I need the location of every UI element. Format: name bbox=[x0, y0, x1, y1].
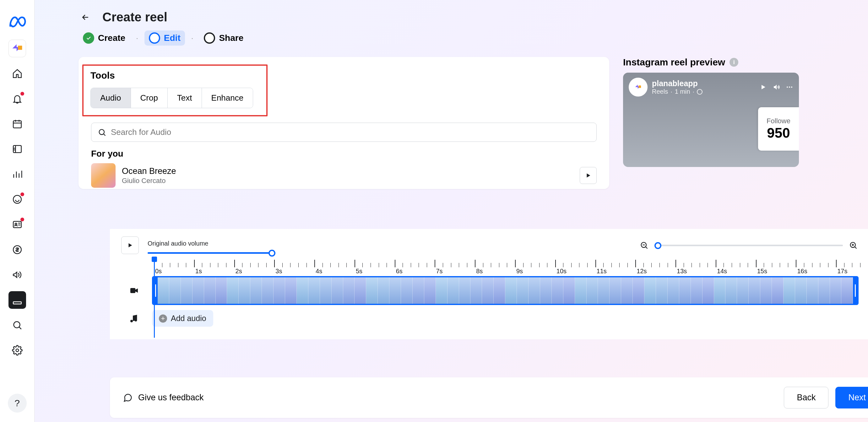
nav-calendar[interactable] bbox=[8, 115, 26, 133]
check-icon bbox=[83, 32, 94, 44]
svg-point-8 bbox=[16, 349, 19, 352]
tab-text[interactable]: Text bbox=[168, 88, 202, 108]
search-icon bbox=[98, 128, 106, 137]
ruler-tick-label: 14s bbox=[717, 268, 727, 275]
nav-home[interactable] bbox=[8, 65, 26, 82]
badge-dot bbox=[21, 193, 24, 196]
svg-rect-3 bbox=[13, 221, 21, 228]
account-avatar bbox=[629, 78, 648, 96]
step-label: Share bbox=[219, 33, 243, 43]
video-track[interactable] bbox=[152, 276, 859, 305]
nav-planner[interactable] bbox=[8, 140, 26, 158]
back-button[interactable]: Back bbox=[784, 387, 829, 409]
trim-handle-left[interactable] bbox=[153, 277, 158, 304]
audio-track-icon bbox=[123, 313, 145, 323]
svg-point-2 bbox=[13, 195, 21, 203]
dot: · bbox=[671, 88, 672, 95]
followers-label: Followe bbox=[767, 117, 790, 125]
give-feedback-button[interactable]: Give us feedback bbox=[123, 393, 204, 402]
zoom-out-button[interactable] bbox=[639, 240, 649, 251]
step-edit[interactable]: Edit bbox=[145, 30, 185, 46]
ruler-tick-label: 13s bbox=[677, 268, 687, 275]
svg-point-11 bbox=[789, 86, 790, 88]
trim-handle-right[interactable] bbox=[853, 277, 857, 304]
svg-point-12 bbox=[791, 86, 792, 88]
feedback-label: Give us feedback bbox=[138, 393, 204, 402]
step-label: Edit bbox=[164, 33, 181, 43]
nav-active-item[interactable] bbox=[8, 291, 26, 309]
tab-crop[interactable]: Crop bbox=[131, 88, 168, 108]
globe-icon bbox=[697, 89, 703, 95]
step-create[interactable]: Create bbox=[79, 30, 130, 46]
add-audio-label: Add audio bbox=[171, 314, 206, 323]
more-icon[interactable] bbox=[786, 83, 793, 91]
circle-icon bbox=[149, 32, 160, 44]
track-area: 0s1s2s3s4s5s6s7s8s9s10s11s12s13s14s15s16… bbox=[123, 259, 859, 327]
step-separator: · bbox=[136, 34, 138, 43]
ruler-tick-label: 1s bbox=[195, 268, 202, 275]
ruler-tick-label: 0s bbox=[155, 268, 162, 275]
back-arrow[interactable] bbox=[79, 10, 92, 24]
step-share[interactable]: Share bbox=[199, 30, 248, 46]
footer-bar: Give us feedback Back Next bbox=[110, 377, 868, 418]
ruler-tick-label: 3s bbox=[275, 268, 282, 275]
ruler-tick-label: 12s bbox=[637, 268, 647, 275]
audio-title: Ocean Breeze bbox=[122, 166, 574, 176]
tab-audio[interactable]: Audio bbox=[91, 88, 131, 108]
nav-insights[interactable] bbox=[8, 165, 26, 183]
app-icon-planable[interactable] bbox=[8, 39, 26, 57]
volume-label: Original audio volume bbox=[148, 240, 273, 247]
ruler-tick-label: 4s bbox=[316, 268, 322, 275]
nav-settings[interactable] bbox=[8, 341, 26, 359]
svg-point-9 bbox=[99, 129, 104, 134]
play-icon[interactable] bbox=[760, 83, 767, 91]
next-button[interactable]: Next bbox=[835, 387, 868, 409]
followers-card: Followe 950 bbox=[758, 107, 799, 151]
nav-inbox[interactable] bbox=[8, 191, 26, 208]
volume-icon[interactable] bbox=[773, 83, 780, 91]
svg-rect-0 bbox=[13, 121, 21, 128]
stepper: Create · Edit · Share bbox=[79, 30, 868, 46]
ruler-tick-label: 16s bbox=[797, 268, 807, 275]
ruler-tick-label: 7s bbox=[436, 268, 442, 275]
ruler-tick-label: 17s bbox=[837, 268, 847, 275]
svg-point-7 bbox=[13, 322, 20, 328]
plus-icon: + bbox=[159, 314, 167, 322]
audio-track-row[interactable]: Ocean Breeze Giulio Cercato bbox=[91, 163, 597, 188]
account-sub-duration: 1 min bbox=[675, 88, 690, 95]
account-subtitle: Reels · 1 min · bbox=[652, 88, 703, 95]
audio-info: Ocean Breeze Giulio Cercato bbox=[122, 166, 574, 185]
ruler-tick-label: 2s bbox=[236, 268, 242, 275]
svg-point-10 bbox=[787, 86, 788, 88]
preview-heading: Instagram reel preview bbox=[623, 57, 725, 67]
nav-notifications[interactable] bbox=[8, 90, 26, 108]
nav-search[interactable] bbox=[8, 316, 26, 334]
svg-rect-6 bbox=[13, 302, 21, 304]
nav-monetization[interactable] bbox=[8, 241, 26, 258]
info-icon[interactable]: i bbox=[730, 58, 738, 67]
video-track-icon bbox=[123, 285, 145, 296]
search-input[interactable] bbox=[111, 128, 590, 137]
ruler-tick-label: 5s bbox=[356, 268, 363, 275]
play-audio-button[interactable] bbox=[580, 167, 597, 184]
svg-point-4 bbox=[15, 223, 17, 225]
nav-ads[interactable] bbox=[8, 266, 26, 284]
tab-enhance[interactable]: Enhance bbox=[202, 88, 253, 108]
ruler-tick-label: 9s bbox=[516, 268, 523, 275]
zoom-slider[interactable] bbox=[654, 245, 843, 246]
audio-thumbnail bbox=[91, 163, 116, 188]
meta-logo[interactable] bbox=[7, 12, 27, 32]
zoom-in-button[interactable] bbox=[848, 240, 859, 251]
timeline-ruler[interactable]: 0s1s2s3s4s5s6s7s8s9s10s11s12s13s14s15s16… bbox=[154, 259, 868, 275]
ruler-tick-label: 8s bbox=[476, 268, 483, 275]
add-audio-button[interactable]: + Add audio bbox=[152, 310, 213, 327]
dot: · bbox=[693, 88, 695, 95]
timeline-play-button[interactable] bbox=[121, 236, 139, 254]
reel-preview: planableapp Reels · 1 min · bbox=[623, 73, 799, 167]
ruler-tick-label: 10s bbox=[556, 268, 566, 275]
nav-contacts[interactable] bbox=[8, 216, 26, 233]
nav-help[interactable]: ? bbox=[8, 394, 27, 413]
volume-slider[interactable] bbox=[148, 249, 273, 251]
nav-rail: ? bbox=[0, 0, 35, 422]
audio-search[interactable] bbox=[91, 123, 597, 142]
